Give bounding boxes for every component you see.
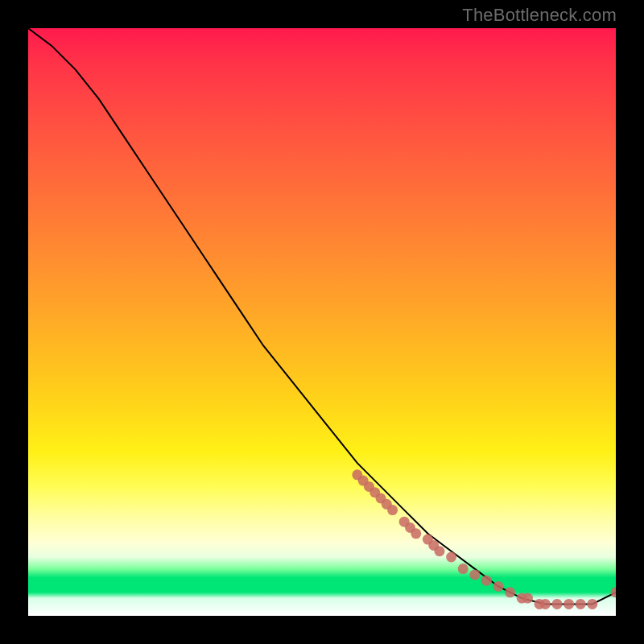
scatter-point bbox=[576, 599, 586, 609]
scatter-point bbox=[435, 546, 445, 556]
watermark-text: TheBottleneck.com bbox=[462, 5, 617, 26]
chart-frame: TheBottleneck.com bbox=[0, 0, 644, 644]
scatter-point bbox=[469, 569, 480, 580]
curve-path bbox=[28, 28, 616, 604]
scatter-point bbox=[493, 581, 504, 592]
scatter-point bbox=[481, 576, 492, 586]
scatter-point bbox=[411, 528, 421, 539]
scatter-point bbox=[611, 587, 617, 597]
scatter-point bbox=[446, 552, 456, 563]
chart-svg bbox=[28, 28, 616, 616]
scatter-point bbox=[505, 587, 515, 597]
scatter-point bbox=[564, 599, 574, 609]
scatter-point bbox=[552, 599, 563, 609]
scatter-point bbox=[522, 593, 533, 604]
plot-area bbox=[28, 28, 616, 616]
scatter-point bbox=[587, 599, 597, 609]
scatter-point bbox=[458, 564, 469, 574]
scatter-series bbox=[352, 469, 616, 609]
scatter-point bbox=[387, 505, 398, 515]
scatter-point bbox=[540, 599, 551, 609]
line-series bbox=[28, 28, 616, 604]
